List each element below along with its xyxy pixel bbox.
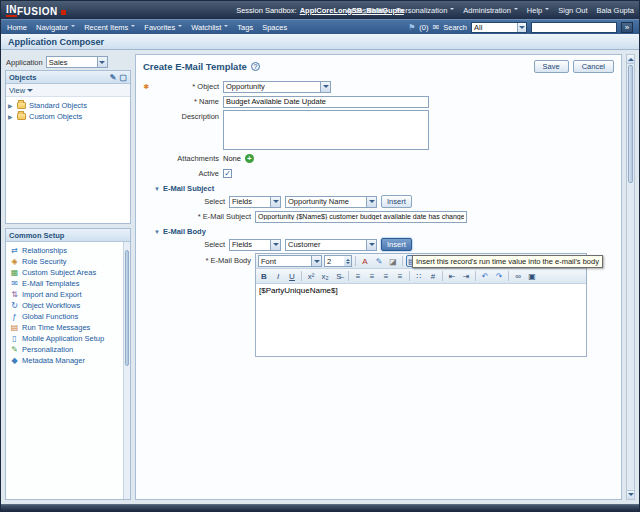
sidebar-item-personalization[interactable]: ✎Personalization: [10, 344, 123, 355]
flag-icon[interactable]: ⚑: [408, 23, 415, 32]
help-menu[interactable]: Help: [527, 6, 549, 15]
edit-icon[interactable]: ✎: [110, 73, 117, 82]
personalization-menu[interactable]: Personalization: [396, 6, 454, 15]
outdent-icon[interactable]: ⇤: [446, 270, 458, 282]
email-subject-input[interactable]: [255, 211, 467, 223]
bullet-list-icon[interactable]: ∷: [413, 270, 425, 282]
sidebar-item-object-workflows[interactable]: ↻Object Workflows: [10, 300, 123, 311]
align-center-icon[interactable]: ≡: [366, 270, 378, 282]
page-header: Application Composer: [1, 34, 639, 50]
name-input[interactable]: [223, 96, 429, 108]
font-family-select[interactable]: Font: [258, 255, 322, 267]
subject-category-select[interactable]: Fields: [229, 196, 281, 208]
workflows-icon: ↻: [10, 301, 19, 310]
undo-icon[interactable]: ↶: [479, 270, 491, 282]
sidebar-item-run-time-messages[interactable]: ▤Run Time Messages: [10, 322, 123, 333]
description-label: Description: [155, 110, 219, 121]
clear-format-icon[interactable]: ◪: [387, 255, 399, 267]
help-icon[interactable]: ?: [251, 62, 260, 71]
collapse-icon[interactable]: ▼: [154, 229, 160, 235]
scrollbar-thumb[interactable]: [125, 250, 129, 366]
scroll-down-button[interactable]: [627, 490, 634, 499]
nav-item-recent-items[interactable]: Recent Items: [84, 23, 135, 32]
vertical-scrollbar[interactable]: [626, 54, 635, 500]
common-setup-scrollbar[interactable]: [123, 242, 130, 499]
sidebar-item-mobile-application-setup[interactable]: ▯Mobile Application Setup: [10, 333, 123, 344]
align-right-icon[interactable]: ≡: [380, 270, 392, 282]
nav-item-favorites[interactable]: Favorites: [144, 23, 182, 32]
redo-icon[interactable]: ↷: [493, 270, 505, 282]
sidebar-item-custom-subject-areas[interactable]: ▦Custom Subject Areas: [10, 267, 123, 278]
main-panel: Create E-Mail Template ? Save Cancel ✱ *…: [135, 54, 622, 500]
detach-icon[interactable]: ▢: [119, 73, 127, 82]
sidebar-item-import-and-export[interactable]: ⇅Import and Export: [10, 289, 123, 300]
nav-item-navigator[interactable]: Navigator: [36, 23, 75, 32]
subject-field-select[interactable]: Opportunity Name: [285, 196, 377, 208]
accessibility-link[interactable]: Accessibility: [346, 6, 387, 15]
body-category-select[interactable]: Fields: [229, 239, 281, 251]
object-select[interactable]: Opportunity: [223, 81, 331, 93]
indent-icon[interactable]: ⇥: [460, 270, 472, 282]
nav-item-spaces[interactable]: Spaces: [262, 23, 287, 32]
font-color-icon[interactable]: A: [359, 255, 371, 267]
name-label: * Name: [155, 97, 219, 106]
nav-item-tags[interactable]: Tags: [237, 23, 253, 32]
collapse-icon[interactable]: ▼: [154, 186, 160, 192]
email-templates-icon: ✉: [10, 279, 19, 288]
objects-tree: ▶ Standard Objects ▶ Custom Objects: [6, 97, 130, 223]
content-area: Application Sales Objects ✎ ▢ View: [1, 50, 639, 504]
superscript-icon[interactable]: x²: [305, 270, 317, 282]
underline-icon[interactable]: U: [286, 270, 298, 282]
scroll-up-button[interactable]: [627, 55, 634, 64]
email-body-editor[interactable]: [$PartyUniqueName$]: [256, 284, 586, 356]
tree-item-custom-objects[interactable]: ▶ Custom Objects: [8, 111, 128, 122]
align-left-icon[interactable]: ≡: [352, 270, 364, 282]
save-button[interactable]: Save: [534, 60, 569, 73]
sidebar-item-global-functions[interactable]: ƒGlobal Functions: [10, 311, 123, 322]
highlight-color-icon[interactable]: ✎: [373, 255, 385, 267]
tree-item-standard-objects[interactable]: ▶ Standard Objects: [8, 100, 128, 111]
expand-icon[interactable]: ▶: [8, 102, 14, 109]
global-search-input[interactable]: [531, 22, 617, 33]
align-justify-icon[interactable]: ≡: [394, 270, 406, 282]
cancel-button[interactable]: Cancel: [573, 60, 614, 73]
editor-toolbar-row1: Font 2 A ✎ ◪: [256, 254, 586, 269]
body-field-select[interactable]: Customer: [285, 239, 377, 251]
sidebar-item-e-mail-templates[interactable]: ✉E-Mail Templates: [10, 278, 123, 289]
image-icon[interactable]: ▣: [526, 270, 538, 282]
infusion-logo: INFUSION: [6, 4, 66, 17]
description-textarea[interactable]: [223, 110, 429, 150]
strikethrough-icon[interactable]: S̶: [333, 270, 345, 282]
personalization-icon: ✎: [10, 345, 19, 354]
chevron-down-icon: [311, 256, 321, 266]
bold-icon[interactable]: B: [258, 270, 270, 282]
chevron-down-icon: [320, 82, 330, 92]
sidebar-item-role-security[interactable]: ◈Role Security: [10, 256, 123, 267]
search-go-button[interactable]: »: [621, 22, 633, 33]
administration-menu[interactable]: Administration: [463, 6, 518, 15]
font-size-stepper[interactable]: [344, 255, 352, 267]
email-body-section-header[interactable]: ▼ E-Mail Body: [154, 227, 615, 236]
link-icon[interactable]: ∞: [512, 270, 524, 282]
insert-runtime-tooltip: Insert this record's run time value into…: [412, 255, 603, 268]
sign-out-link[interactable]: Sign Out: [558, 6, 587, 15]
subscript-icon[interactable]: x₂: [319, 270, 331, 282]
sidebar-item-relationships[interactable]: ⇄Relationships: [10, 245, 123, 256]
nav-item-watchlist[interactable]: Watchlist: [191, 23, 228, 32]
body-insert-button[interactable]: Insert: [381, 238, 412, 251]
italic-icon[interactable]: I: [272, 270, 284, 282]
email-subject-section-header[interactable]: ▼ E-Mail Subject: [154, 184, 615, 193]
font-size-select[interactable]: 2: [324, 255, 344, 267]
scrollbar-thumb[interactable]: [628, 65, 633, 183]
active-checkbox[interactable]: ✓: [223, 169, 232, 178]
mail-icon[interactable]: ✉: [433, 23, 440, 32]
nav-item-home[interactable]: Home: [7, 23, 27, 32]
sidebar-item-metadata-manager[interactable]: ◆Metadata Manager: [10, 355, 123, 366]
view-menu-button[interactable]: View: [9, 86, 33, 95]
expand-icon[interactable]: ▶: [8, 113, 14, 120]
add-attachment-icon[interactable]: +: [245, 154, 254, 163]
subject-insert-button[interactable]: Insert: [381, 195, 412, 208]
numbered-list-icon[interactable]: #: [427, 270, 439, 282]
application-select[interactable]: Sales: [46, 56, 108, 68]
search-scope-select[interactable]: All: [471, 22, 527, 33]
